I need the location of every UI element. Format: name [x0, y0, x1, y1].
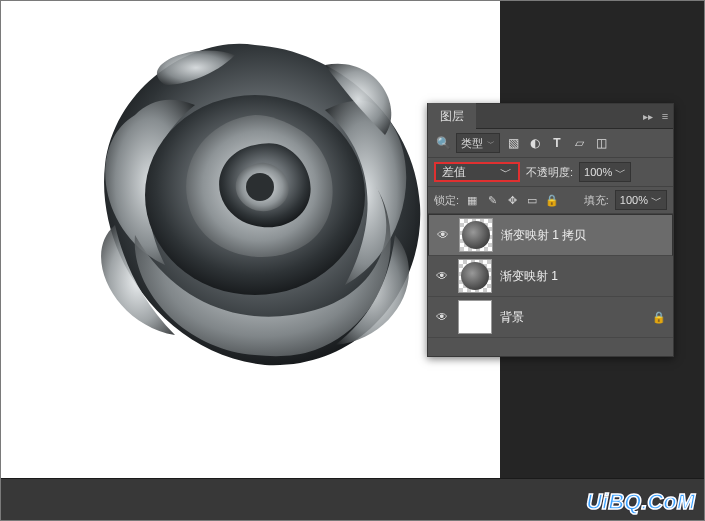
panel-tab-layers[interactable]: 图层: [428, 103, 476, 130]
lock-move-icon[interactable]: ✥: [505, 194, 519, 207]
blend-mode-row: 差值 ﹀ 不透明度: 100% ﹀: [428, 158, 673, 187]
layer-row[interactable]: 👁 渐变映射 1 拷贝: [428, 214, 673, 256]
visibility-toggle-icon[interactable]: 👁: [434, 310, 450, 324]
adjustment-icon[interactable]: ◐: [526, 134, 544, 152]
chevron-down-icon: ﹀: [487, 138, 495, 149]
fill-label: 填充:: [584, 193, 609, 208]
layer-list: 👁 渐变映射 1 拷贝 👁 渐变映射 1 👁 背景 🔒: [428, 214, 673, 338]
chevron-down-icon: ﹀: [500, 164, 512, 181]
opacity-value: 100%: [584, 166, 612, 178]
fill-value-input[interactable]: 100% ﹀: [615, 190, 667, 210]
blend-mode-value: 差值: [442, 164, 466, 181]
panel-menu-icon[interactable]: ≡: [657, 110, 673, 122]
lock-pixels-icon[interactable]: ▦: [465, 194, 479, 207]
layer-thumbnail[interactable]: [458, 259, 492, 293]
layer-row[interactable]: 👁 背景 🔒: [428, 297, 673, 338]
layer-name-label: 渐变映射 1: [500, 268, 667, 285]
rose-artwork: [75, 25, 435, 375]
layers-panel: 图层 ▸▸ ≡ 🔍 类型 ﹀ ▧ ◐ T ▱ ◫ 差值 ﹀ 不透明度: 100%…: [427, 103, 674, 357]
layer-thumbnail[interactable]: [458, 300, 492, 334]
watermark-text: UiBQ.CoM: [586, 489, 695, 515]
text-icon[interactable]: T: [548, 134, 566, 152]
lock-icon: 🔒: [651, 311, 667, 324]
opacity-value-input[interactable]: 100% ﹀: [579, 162, 631, 182]
fill-value: 100%: [620, 194, 648, 206]
svg-point-1: [246, 173, 274, 201]
layer-filter-row: 🔍 类型 ﹀ ▧ ◐ T ▱ ◫: [428, 129, 673, 158]
filter-type-select[interactable]: 类型 ﹀: [456, 133, 500, 153]
layer-row[interactable]: 👁 渐变映射 1: [428, 256, 673, 297]
smart-icon[interactable]: ◫: [592, 134, 610, 152]
lock-all-icon[interactable]: 🔒: [545, 194, 559, 207]
lock-brush-icon[interactable]: ✎: [485, 194, 499, 207]
blend-mode-select[interactable]: 差值 ﹀: [434, 162, 520, 182]
filter-type-label: 类型: [461, 136, 483, 151]
visibility-toggle-icon[interactable]: 👁: [435, 228, 451, 242]
layer-name-label: 渐变映射 1 拷贝: [501, 227, 666, 244]
lock-label: 锁定:: [434, 193, 459, 208]
lock-artboard-icon[interactable]: ▭: [525, 194, 539, 207]
panel-collapse-icon[interactable]: ▸▸: [639, 111, 657, 122]
layer-name-label: 背景: [500, 309, 643, 326]
panel-tab-bar: 图层 ▸▸ ≡: [428, 104, 673, 129]
visibility-toggle-icon[interactable]: 👁: [434, 269, 450, 283]
search-icon[interactable]: 🔍: [434, 134, 452, 152]
chevron-down-icon: ﹀: [615, 165, 626, 180]
layer-thumbnail[interactable]: [459, 218, 493, 252]
chevron-down-icon: ﹀: [651, 193, 662, 208]
image-icon[interactable]: ▧: [504, 134, 522, 152]
lock-row: 锁定: ▦ ✎ ✥ ▭ 🔒 填充: 100% ﹀: [428, 187, 673, 214]
canvas-area: [0, 0, 500, 478]
path-icon[interactable]: ▱: [570, 134, 588, 152]
opacity-label: 不透明度:: [526, 165, 573, 180]
